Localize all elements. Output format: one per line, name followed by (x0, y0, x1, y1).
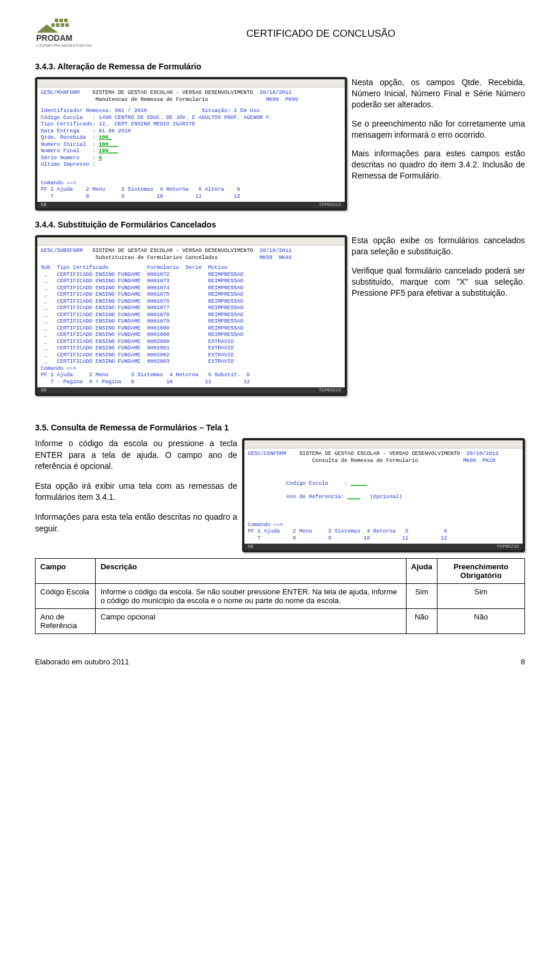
paragraph: Mais informações para estes campos estão… (352, 148, 525, 181)
heading-35: 3.5. Consulta de Remessa de Formulários … (35, 423, 525, 432)
cmd-line: Comando ==> (41, 365, 341, 372)
paragraph: Se o preenchimento não for corretamente … (352, 118, 525, 141)
paragraph: Informe o código da escola ou pressione … (35, 438, 237, 472)
col-campo: Campo (36, 559, 96, 584)
doc-title: CERTIFICADO DE CONCLUSÃO (117, 28, 525, 40)
pf-keys: PF 1 Ajuda 2 Menu 3 Sistemas 4 Retorna 5… (248, 528, 519, 541)
col-obrig: Preenchimento Obrigatório (437, 559, 524, 584)
svg-marker-7 (37, 24, 58, 33)
cmd-line: Comando ==> (41, 180, 341, 187)
paragraph: Esta opção exibe os formulários cancelad… (352, 235, 525, 257)
screenshot-toolbar (37, 79, 345, 87)
block-343: GESC/MANFORM SISTEMA DE GESTAO ESCOLAR -… (35, 77, 525, 211)
svg-rect-6 (65, 23, 69, 27)
page-header: PRODAM O FUTURO PRA GENTE É TODO DIA CER… (35, 17, 525, 52)
paragraph: Verifique qual formulário cancelado pode… (352, 265, 525, 299)
screenshot-header: GESC/MANFORM SISTEMA DE GESTAO ESCOLAR -… (41, 89, 341, 103)
status-bar: 5BTCP0S215 (244, 544, 523, 550)
table-head: Sub Tipo Certificado Formulario Serie Mo… (41, 264, 341, 271)
pf-keys: PF 1 Ajuda 2 Menu 3 Sistemas 4 Retorna 5… (41, 186, 341, 199)
pf-keys: PF 1 Ajuda 2 Menu 3 Sistemas 4 Retorna 5… (41, 372, 341, 385)
screenshot-header: GESC/CONFORM SISTEMA DE GESTAO ESCOLAR -… (248, 450, 519, 464)
col-ajuda: Ajuda (406, 559, 437, 584)
page-footer: Elaborado em outubro 2011 8 (35, 657, 525, 666)
screenshot-subsform: GESC/SUBSFORM SISTEMA DE GESTAO ESCOLAR … (35, 235, 347, 396)
brand-logo: PRODAM O FUTURO PRA GENTE É TODO DIA (35, 17, 117, 52)
heading-343: 3.4.3. Alteração de Remessa de Formulári… (35, 62, 525, 71)
paragraph: Esta opção irá exibir uma tela com as re… (35, 481, 237, 503)
footer-text: Elaborado em outubro 2011 (35, 657, 129, 666)
block-344: GESC/SUBSFORM SISTEMA DE GESTAO ESCOLAR … (35, 235, 525, 396)
table-row: Ano de Referência Campo opcional Não Não (36, 609, 525, 634)
screenshot-body: Codigo Escola : _____ Ano de Referencia:… (248, 480, 519, 500)
svg-rect-1 (60, 19, 63, 22)
page-number: 8 (521, 657, 525, 666)
brand-tagline: O FUTURO PRA GENTE É TODO DIA (36, 44, 92, 47)
table-row: Código Escola Informe o código da escola… (36, 584, 525, 609)
cmd-line: Comando ==> (248, 521, 519, 528)
screenshot-toolbar (244, 440, 523, 449)
screenshot-body: Identificador Remessa: 001 / 2010 Situaç… (41, 107, 341, 168)
svg-rect-3 (51, 23, 55, 27)
table-rows: _ CERTIFICADO ENSINO FUNDAME 0001072 REI… (41, 271, 341, 365)
block-35: Informe o código da escola ou pressione … (35, 438, 525, 552)
svg-rect-5 (61, 23, 64, 27)
status-bar: 5BTCP0S215 (37, 202, 345, 208)
status-bar: 5BTCP0S215 (37, 387, 345, 394)
screenshot-manform: GESC/MANFORM SISTEMA DE GESTAO ESCOLAR -… (35, 77, 347, 211)
paragraph: Nesta opção, os campos Qtde. Recebida, N… (352, 77, 525, 110)
screenshot-conform: GESC/CONFORM SISTEMA DE GESTAO ESCOLAR -… (242, 438, 525, 552)
svg-text:PRODAM: PRODAM (36, 33, 72, 43)
heading-344: 3.4.4. Substituição de Formulários Cance… (35, 220, 525, 229)
svg-rect-2 (64, 19, 68, 22)
screenshot-header: GESC/SUBSFORM SISTEMA DE GESTAO ESCOLAR … (41, 247, 341, 261)
screenshot-toolbar (37, 237, 345, 246)
col-descricao: Descrição (96, 559, 406, 584)
paragraph: Informações para esta tela então descrit… (35, 512, 237, 534)
table-header-row: Campo Descrição Ajuda Preenchimento Obri… (36, 559, 525, 584)
svg-rect-0 (55, 19, 58, 22)
fields-table: Campo Descrição Ajuda Preenchimento Obri… (35, 558, 525, 634)
svg-rect-4 (56, 23, 60, 27)
